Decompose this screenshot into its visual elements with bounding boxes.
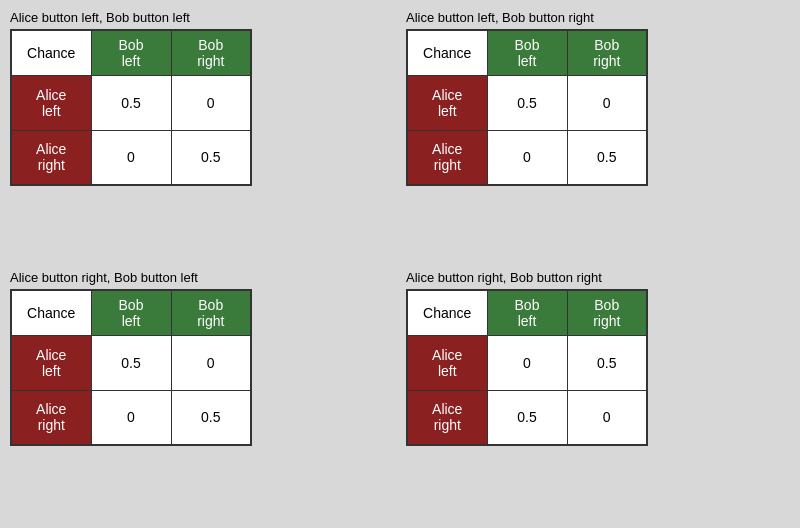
alice-right-label-top-left: Aliceright [11,130,91,185]
value-alice-left-bob-left-bottom-right: 0 [487,335,567,390]
value-alice-left-bob-left-bottom-left: 0.5 [91,335,171,390]
matrix-table-top-left: ChanceBobleftBobrightAliceleft0.50Alicer… [10,29,252,186]
bob-right-header-bottom-left: Bobright [171,290,251,335]
value-alice-right-bob-right-bottom-right: 0 [567,390,647,445]
value-alice-left-bob-right-top-left: 0 [171,75,251,130]
matrix-block-bottom-left: Alice button right, Bob button leftChanc… [10,270,394,518]
matrix-title-top-right: Alice button left, Bob button right [406,10,594,25]
matrix-block-top-left: Alice button left, Bob button leftChance… [10,10,394,258]
alice-left-label-top-right: Aliceleft [407,75,487,130]
chance-cell-top-left: Chance [11,30,91,75]
matrix-table-bottom-right: ChanceBobleftBobrightAliceleft00.5Alicer… [406,289,648,446]
main-grid: Alice button left, Bob button leftChance… [10,10,790,518]
value-alice-left-bob-left-top-left: 0.5 [91,75,171,130]
value-alice-left-bob-right-top-right: 0 [567,75,647,130]
bob-left-header-bottom-right: Bobleft [487,290,567,335]
bob-right-header-bottom-right: Bobright [567,290,647,335]
alice-left-label-bottom-left: Aliceleft [11,335,91,390]
alice-right-label-bottom-right: Aliceright [407,390,487,445]
chance-cell-bottom-right: Chance [407,290,487,335]
value-alice-right-bob-right-top-left: 0.5 [171,130,251,185]
bob-left-header-bottom-left: Bobleft [91,290,171,335]
alice-left-label-top-left: Aliceleft [11,75,91,130]
bob-right-header-top-left: Bobright [171,30,251,75]
value-alice-right-bob-right-bottom-left: 0.5 [171,390,251,445]
value-alice-right-bob-left-bottom-right: 0.5 [487,390,567,445]
matrix-title-top-left: Alice button left, Bob button left [10,10,190,25]
value-alice-right-bob-left-bottom-left: 0 [91,390,171,445]
value-alice-left-bob-left-top-right: 0.5 [487,75,567,130]
value-alice-left-bob-right-bottom-right: 0.5 [567,335,647,390]
matrix-table-top-right: ChanceBobleftBobrightAliceleft0.50Alicer… [406,29,648,186]
matrix-block-top-right: Alice button left, Bob button rightChanc… [406,10,790,258]
alice-right-label-bottom-left: Aliceright [11,390,91,445]
bob-left-header-top-left: Bobleft [91,30,171,75]
bob-right-header-top-right: Bobright [567,30,647,75]
value-alice-right-bob-left-top-left: 0 [91,130,171,185]
bob-left-header-top-right: Bobleft [487,30,567,75]
alice-left-label-bottom-right: Aliceleft [407,335,487,390]
chance-cell-top-right: Chance [407,30,487,75]
matrix-block-bottom-right: Alice button right, Bob button rightChan… [406,270,790,518]
alice-right-label-top-right: Aliceright [407,130,487,185]
value-alice-left-bob-right-bottom-left: 0 [171,335,251,390]
matrix-title-bottom-left: Alice button right, Bob button left [10,270,198,285]
chance-cell-bottom-left: Chance [11,290,91,335]
value-alice-right-bob-left-top-right: 0 [487,130,567,185]
value-alice-right-bob-right-top-right: 0.5 [567,130,647,185]
matrix-title-bottom-right: Alice button right, Bob button right [406,270,602,285]
matrix-table-bottom-left: ChanceBobleftBobrightAliceleft0.50Alicer… [10,289,252,446]
